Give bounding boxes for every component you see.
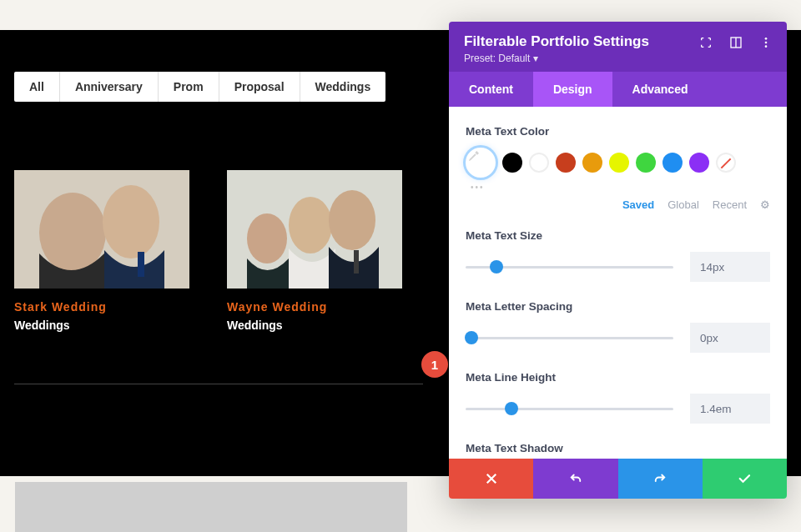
label-text-shadow: Meta Text Shadow: [466, 442, 770, 454]
color-swatch-green[interactable]: [636, 153, 656, 173]
svg-point-13: [765, 45, 768, 48]
section-divider: [14, 384, 423, 384]
filter-tab-weddings[interactable]: Weddings: [300, 72, 386, 102]
undo-button[interactable]: [533, 459, 617, 499]
label-letter-spacing: Meta Letter Spacing: [466, 300, 770, 313]
svg-point-11: [765, 38, 768, 40]
filter-tab-proposal[interactable]: Proposal: [219, 72, 300, 102]
preset-dropdown[interactable]: Preset: Default▾: [464, 53, 538, 64]
preset-global[interactable]: Global: [668, 198, 699, 211]
svg-point-5: [247, 213, 287, 263]
redo-button[interactable]: [618, 459, 703, 499]
color-swatch-selected[interactable]: [466, 148, 496, 178]
svg-point-2: [103, 185, 159, 258]
tab-advanced[interactable]: Advanced: [612, 72, 708, 107]
placeholder-block: [15, 482, 407, 532]
chevron-down-icon: ▾: [533, 53, 538, 64]
portfolio-title: Wayne Wedding: [227, 300, 402, 314]
slider-text-size[interactable]: [466, 266, 673, 269]
step-badge: 1: [421, 351, 448, 378]
portfolio-meta: Weddings: [14, 319, 189, 332]
filter-tab-all[interactable]: All: [14, 72, 60, 102]
color-swatch-red[interactable]: [556, 153, 576, 173]
input-line-height[interactable]: [690, 394, 770, 424]
svg-point-6: [289, 197, 332, 253]
filter-tabs: All Anniversary Prom Proposal Weddings: [14, 72, 385, 102]
slider-line-height[interactable]: [466, 408, 673, 410]
gear-icon[interactable]: ⚙: [760, 198, 770, 211]
portfolio-card[interactable]: Wayne Wedding Weddings: [227, 170, 402, 332]
portfolio-title: Stark Wedding: [14, 300, 189, 314]
color-swatch-white[interactable]: [529, 153, 549, 173]
more-swatches-icon[interactable]: •••: [471, 183, 770, 192]
svg-point-7: [329, 190, 375, 250]
portfolio-meta: Weddings: [227, 319, 402, 332]
tab-design[interactable]: Design: [533, 72, 612, 107]
label-meta-text-color: Meta Text Color: [466, 125, 770, 138]
color-swatch-black[interactable]: [502, 153, 522, 173]
more-icon[interactable]: [758, 35, 773, 50]
expand-icon[interactable]: [698, 35, 713, 50]
slider-letter-spacing[interactable]: [466, 337, 673, 339]
portfolio-thumbnail: [227, 170, 402, 289]
label-meta-text-size: Meta Text Size: [466, 229, 770, 242]
portfolio-card[interactable]: Stark Wedding Weddings: [14, 170, 189, 332]
filter-tab-prom[interactable]: Prom: [159, 72, 219, 102]
svg-point-1: [39, 193, 106, 273]
svg-rect-3: [138, 252, 144, 277]
settings-panel: Filterable Portfolio Settings Preset: De…: [449, 22, 787, 499]
close-button[interactable]: [449, 459, 533, 499]
svg-rect-8: [354, 250, 359, 274]
tab-content[interactable]: Content: [449, 72, 533, 107]
save-button[interactable]: [703, 459, 787, 499]
portfolio-thumbnail: [14, 170, 189, 289]
color-swatch-purple[interactable]: [689, 153, 709, 173]
label-line-height: Meta Line Height: [466, 371, 770, 384]
color-swatch-blue[interactable]: [662, 153, 683, 173]
input-letter-spacing[interactable]: [690, 323, 770, 353]
svg-point-12: [765, 42, 768, 44]
preset-recent[interactable]: Recent: [713, 198, 747, 211]
color-swatch-none[interactable]: [716, 153, 736, 173]
filter-tab-anniversary[interactable]: Anniversary: [60, 72, 159, 102]
color-swatch-yellow[interactable]: [609, 153, 629, 173]
panel-tabs: Content Design Advanced: [449, 72, 787, 107]
input-text-size[interactable]: [690, 252, 770, 282]
color-swatch-orange[interactable]: [582, 153, 602, 173]
columns-icon[interactable]: [728, 35, 743, 50]
preset-saved[interactable]: Saved: [622, 198, 654, 211]
